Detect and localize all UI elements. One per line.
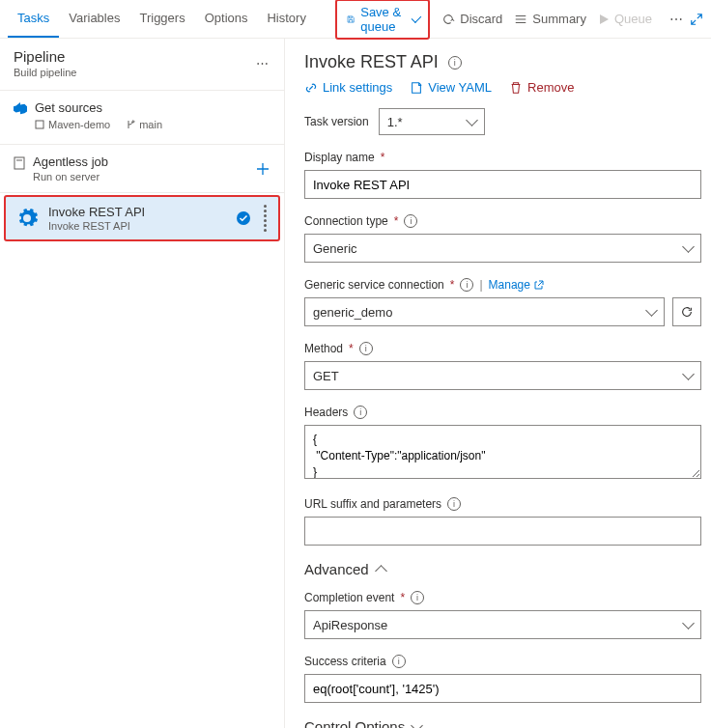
check-circle-icon xyxy=(236,210,251,226)
summary-label: Summary xyxy=(532,12,586,26)
task-subtitle: Invoke REST API xyxy=(48,220,145,232)
repo-icon xyxy=(35,120,44,129)
url-suffix-label: URL suffix and parameters xyxy=(304,497,441,511)
info-icon[interactable]: i xyxy=(359,342,373,355)
headers-textarea[interactable]: { "Content-Type":"application/json" } xyxy=(304,425,701,479)
add-task-button[interactable] xyxy=(255,161,270,177)
link-settings-button[interactable]: Link settings xyxy=(304,80,392,95)
expand-icon xyxy=(690,13,703,26)
refresh-icon xyxy=(680,305,694,319)
service-connection-select[interactable]: generic_demo xyxy=(304,297,665,326)
info-icon[interactable]: i xyxy=(448,56,462,70)
external-link-icon xyxy=(534,280,544,290)
toolbar-actions: Save & queue Discard Summary Queue ⋯ xyxy=(335,0,690,40)
control-options-label: Control Options xyxy=(304,718,405,728)
service-connection-label: Generic service connection xyxy=(304,278,444,292)
pipeline-more-button[interactable]: ⋯ xyxy=(256,56,270,70)
info-icon[interactable]: i xyxy=(354,406,367,419)
method-value: GET xyxy=(313,369,339,383)
branch-name: main xyxy=(139,119,162,130)
chevron-up-icon xyxy=(375,565,387,577)
info-icon[interactable]: i xyxy=(392,655,406,668)
agentless-subtitle: Run on server xyxy=(33,171,108,182)
play-icon xyxy=(598,14,610,25)
list-icon xyxy=(514,13,527,26)
server-icon xyxy=(14,156,25,170)
connection-type-select[interactable]: Generic xyxy=(304,234,701,263)
svg-rect-1 xyxy=(14,157,24,169)
tab-history[interactable]: History xyxy=(257,0,315,38)
top-toolbar: Tasks Variables Triggers Options History… xyxy=(0,0,711,39)
view-yaml-label: View YAML xyxy=(428,80,492,95)
save-queue-label: Save & queue xyxy=(360,5,407,34)
drag-handle[interactable] xyxy=(261,205,269,232)
svg-rect-0 xyxy=(36,121,43,128)
queue-button: Queue xyxy=(598,12,652,26)
chevron-down-icon xyxy=(682,368,695,380)
manage-label: Manage xyxy=(489,278,530,292)
discard-button[interactable]: Discard xyxy=(441,12,502,26)
url-suffix-input[interactable] xyxy=(304,517,701,546)
task-version-select[interactable]: 1.* xyxy=(379,108,485,135)
link-settings-label: Link settings xyxy=(323,80,392,95)
pipeline-title: Pipeline xyxy=(14,48,76,65)
save-icon xyxy=(347,13,355,26)
connection-type-label: Connection type xyxy=(304,214,388,228)
tab-options[interactable]: Options xyxy=(195,0,258,38)
chevron-down-icon xyxy=(682,617,695,630)
save-queue-button[interactable]: Save & queue xyxy=(335,0,430,40)
task-version-label: Task version xyxy=(304,115,369,128)
display-name-input[interactable] xyxy=(304,170,701,199)
task-version-value: 1.* xyxy=(387,115,403,129)
info-icon[interactable]: i xyxy=(447,497,461,511)
manage-link[interactable]: Manage xyxy=(489,278,544,292)
chevron-down-icon xyxy=(645,304,658,317)
svg-point-3 xyxy=(237,211,250,225)
task-details-panel: Invoke REST API i Link settings View YAM… xyxy=(285,39,711,728)
panel-title: Invoke REST API xyxy=(304,52,439,72)
task-title: Invoke REST API xyxy=(48,205,145,219)
success-criteria-input[interactable] xyxy=(304,674,701,703)
azure-devops-icon xyxy=(14,101,27,115)
get-sources-label: Get sources xyxy=(35,100,102,115)
connection-type-value: Generic xyxy=(313,241,357,256)
repo-name: Maven-demo xyxy=(48,119,110,130)
more-actions-button[interactable]: ⋯ xyxy=(664,12,690,27)
chevron-down-icon xyxy=(466,114,478,126)
summary-button[interactable]: Summary xyxy=(514,12,586,26)
gear-icon xyxy=(15,207,39,230)
info-icon[interactable]: i xyxy=(411,591,424,604)
method-label: Method xyxy=(304,342,343,355)
link-icon xyxy=(304,81,318,95)
completion-event-value: ApiResponse xyxy=(313,618,387,632)
info-icon[interactable]: i xyxy=(460,278,473,292)
info-icon[interactable]: i xyxy=(404,214,417,228)
task-invoke-rest-api[interactable]: Invoke REST API Invoke REST API xyxy=(4,195,280,241)
chevron-down-icon xyxy=(411,719,423,728)
chevron-down-icon xyxy=(411,13,420,22)
tab-variables[interactable]: Variables xyxy=(59,0,129,38)
discard-label: Discard xyxy=(460,12,502,26)
agentless-job-header[interactable]: Agentless job Run on server xyxy=(0,145,284,193)
display-name-label: Display name xyxy=(304,151,375,164)
chevron-down-icon xyxy=(682,240,695,253)
expand-button[interactable] xyxy=(690,13,703,26)
branch-icon xyxy=(126,120,135,129)
method-select[interactable]: GET xyxy=(304,361,701,390)
refresh-button[interactable] xyxy=(672,297,701,326)
headers-label: Headers xyxy=(304,406,348,419)
advanced-label: Advanced xyxy=(304,561,369,577)
queue-label: Queue xyxy=(614,12,652,26)
remove-button[interactable]: Remove xyxy=(509,80,574,95)
view-yaml-button[interactable]: View YAML xyxy=(410,80,492,95)
tab-tasks[interactable]: Tasks xyxy=(8,0,59,38)
completion-event-select[interactable]: ApiResponse xyxy=(304,610,701,639)
pipeline-header[interactable]: Pipeline Build pipeline ⋯ xyxy=(0,39,284,91)
success-criteria-label: Success criteria xyxy=(304,655,386,668)
tab-triggers[interactable]: Triggers xyxy=(129,0,194,38)
remove-label: Remove xyxy=(527,80,574,95)
control-options-section-header[interactable]: Control Options xyxy=(304,718,701,728)
nav-tabs: Tasks Variables Triggers Options History xyxy=(8,0,316,38)
advanced-section-header[interactable]: Advanced xyxy=(304,561,701,577)
get-sources-item[interactable]: Get sources Maven-demo main xyxy=(0,91,284,145)
